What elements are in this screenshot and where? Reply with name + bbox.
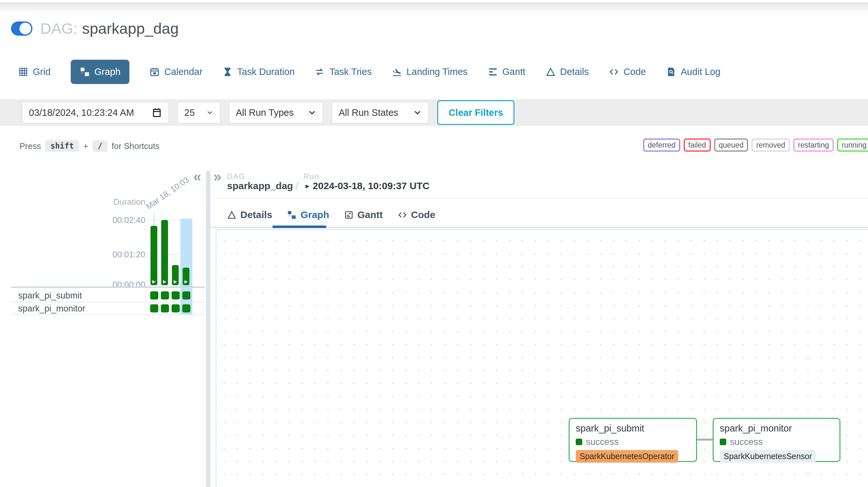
task-instance-row: [150, 291, 190, 300]
gantt-bars-icon: [488, 67, 498, 77]
state-badge-restarting[interactable]: restarting: [794, 139, 834, 152]
task-instance-success[interactable]: [161, 291, 169, 300]
row-divider: [11, 302, 205, 302]
tab-label: Task Duration: [237, 66, 294, 77]
tab-details[interactable]: Details: [227, 209, 272, 220]
tab-label: Graph: [300, 209, 329, 220]
task-instance-success[interactable]: [172, 304, 180, 312]
base-date-input[interactable]: 03/18/2024, 10:23:24 AM: [22, 102, 169, 123]
play-icon: ▶: [172, 279, 179, 283]
tab-graph[interactable]: Graph: [287, 209, 329, 220]
state-badge-queued[interactable]: queued: [714, 139, 748, 152]
play-icon: ▶: [161, 279, 168, 283]
shortcuts-suffix: for Shortcuts: [112, 141, 159, 151]
run-types-value: All Run Types: [236, 108, 293, 118]
state-badge-deferred[interactable]: deferred: [643, 139, 680, 152]
kbd-slash: /: [92, 140, 107, 152]
toggle-knob: [20, 23, 31, 34]
clear-filters-button[interactable]: Clear Filters: [437, 100, 515, 125]
graph-node-spark-pi-monitor[interactable]: spark_pi_monitor success SparkKubernetes…: [713, 418, 840, 462]
breadcrumb-dag-value[interactable]: sparkapp_dag: [227, 180, 293, 191]
code-brackets-icon: [609, 67, 619, 77]
state-badge-removed[interactable]: removed: [751, 139, 789, 152]
duration-bar[interactable]: ▶: [172, 265, 179, 285]
tab-calendar[interactable]: Calendar: [150, 66, 203, 77]
gantt-doc-icon: [344, 210, 353, 220]
operator-badge: SparkKubernetesSensor: [720, 450, 816, 463]
tab-label: Grid: [33, 66, 51, 77]
page-size-value: 25: [184, 108, 195, 118]
calendar-icon[interactable]: [152, 108, 162, 118]
tab-label: Details: [560, 66, 589, 77]
task-name[interactable]: spark_pi_submit: [18, 291, 82, 301]
play-icon: ▶: [151, 279, 157, 283]
duration-bar[interactable]: ▶: [161, 220, 168, 285]
run-types-select[interactable]: All Run Types: [229, 102, 323, 123]
tab-audit-log[interactable]: Audit Log: [666, 66, 720, 77]
triangle-icon: [546, 67, 556, 77]
tab-label: Code: [411, 209, 435, 220]
chevron-down-icon: [308, 109, 316, 117]
node-status: success: [576, 437, 690, 447]
dag-name: sparkapp_dag: [82, 20, 179, 37]
tab-label: Graph: [94, 66, 121, 77]
node-state-label: success: [730, 437, 763, 447]
tab-grid[interactable]: Grid: [18, 66, 51, 77]
operator-badge: SparkKubernetesOperator: [576, 450, 678, 463]
breadcrumb-dag-label: DAG: [227, 172, 245, 181]
node-state-label: success: [586, 437, 619, 447]
success-state-icon: [720, 439, 726, 445]
tab-code[interactable]: Code: [609, 66, 646, 77]
duration-bar[interactable]: ▶: [151, 226, 157, 285]
task-instance-success[interactable]: [172, 291, 180, 300]
state-badge-failed[interactable]: failed: [684, 139, 711, 152]
tab-graph[interactable]: Graph: [71, 60, 130, 84]
success-state-icon: [576, 439, 582, 445]
expand-panel-icon[interactable]: »: [213, 170, 221, 184]
tab-label: Audit Log: [681, 66, 720, 77]
task-instance-success[interactable]: [150, 304, 158, 312]
task-name[interactable]: spark_pi_monitor: [18, 304, 85, 314]
y-tick: 00:01:20: [94, 249, 145, 260]
breadcrumb-run-value[interactable]: ▸ 2024-03-18, 10:09:37 UTC: [306, 180, 430, 191]
run-detail-tabs: Details Graph Gantt Code: [227, 209, 435, 220]
tab-label: Code: [623, 66, 646, 77]
run-states-select[interactable]: All Run States: [332, 102, 429, 123]
node-status: success: [720, 437, 833, 447]
duration-bar[interactable]: ▶: [183, 268, 189, 285]
plane-landing-icon: [392, 67, 402, 77]
state-badge-running[interactable]: running: [837, 139, 868, 152]
run-column-label[interactable]: Mar 18, 10:03: [144, 175, 191, 212]
header-divider: [216, 197, 868, 198]
tab-landing-times[interactable]: Landing Times: [392, 66, 468, 77]
tab-task-tries[interactable]: Task Tries: [315, 66, 372, 77]
task-instance-success[interactable]: [182, 304, 190, 312]
tab-gantt[interactable]: Gantt: [488, 66, 525, 77]
y-tick: 00:00:00: [94, 280, 145, 290]
shortcuts-hint: Press shift + / for Shortcuts: [20, 140, 160, 152]
code-brackets-icon: [398, 210, 407, 220]
graph-icon: [287, 210, 297, 220]
tab-task-duration[interactable]: Task Duration: [222, 66, 294, 77]
tab-code[interactable]: Code: [398, 209, 435, 220]
play-icon: ▶: [183, 279, 189, 283]
task-instance-success[interactable]: [161, 304, 169, 312]
task-instance-success[interactable]: [150, 291, 158, 300]
graph-node-spark-pi-submit[interactable]: spark_pi_submit success SparkKubernetesO…: [568, 418, 697, 462]
dag-view-nav: Grid Graph Calendar Task Duration Task T…: [18, 58, 720, 86]
panel-resize-handle[interactable]: [206, 171, 211, 487]
collapse-grid-icon[interactable]: «: [193, 170, 201, 184]
tab-gantt[interactable]: Gantt: [344, 209, 383, 220]
task-instance-success[interactable]: [182, 291, 190, 300]
tab-label: Landing Times: [406, 66, 468, 77]
breadcrumb-run-label: Run: [304, 172, 319, 181]
page-title: DAG: sparkapp_dag: [40, 20, 179, 37]
chevron-down-icon: [413, 109, 422, 117]
hourglass-icon: [222, 67, 232, 77]
grid-icon: [18, 67, 28, 77]
page-size-select[interactable]: 25: [178, 102, 220, 123]
tab-details[interactable]: Details: [546, 66, 589, 77]
edge-connector: [697, 439, 713, 440]
run-timestamp: 2024-03-18, 10:09:37 UTC: [313, 180, 430, 191]
dag-pause-toggle[interactable]: [11, 22, 32, 36]
